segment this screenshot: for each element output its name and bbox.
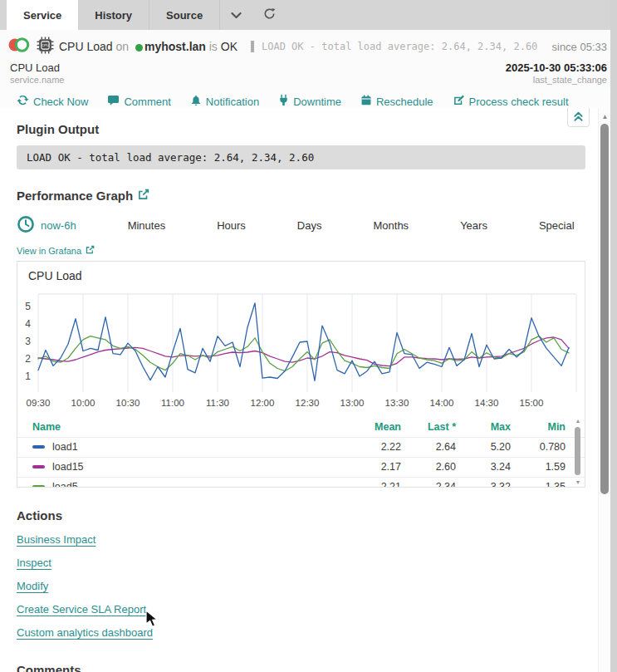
chevron-double-up-icon bbox=[572, 110, 585, 125]
action-custom-analytics-dashboard[interactable]: Custom analytics dashboard bbox=[17, 626, 153, 639]
svg-text:12:30: 12:30 bbox=[296, 398, 320, 408]
content-scrollbar[interactable]: ▲ bbox=[598, 108, 610, 672]
comments-heading: Comments bbox=[17, 663, 585, 672]
last-state-change-block: 2025-10-30 05:33:06 last_state_change bbox=[506, 61, 607, 85]
svg-text:11:00: 11:00 bbox=[161, 398, 184, 408]
svg-text:14:30: 14:30 bbox=[475, 398, 499, 408]
scroll-up-icon[interactable]: ▲ bbox=[599, 113, 611, 120]
svg-text:13:00: 13:00 bbox=[340, 398, 365, 408]
legend-row-load15[interactable]: load152.172.603.241.59 bbox=[17, 457, 585, 477]
refresh-button[interactable] bbox=[252, 0, 286, 30]
view-in-grafana-label: View in Grafana bbox=[17, 246, 81, 256]
service-name-value: CPU Load bbox=[10, 61, 64, 74]
legend-scroll-up-icon[interactable]: ▲ bbox=[574, 418, 582, 424]
legend-series-name[interactable]: load1 bbox=[32, 441, 346, 453]
legend-series-name[interactable]: load15 bbox=[32, 461, 346, 473]
svg-text:10:00: 10:00 bbox=[71, 398, 95, 408]
content-scrollbar-thumb[interactable] bbox=[600, 124, 609, 494]
svg-text:13:30: 13:30 bbox=[385, 398, 409, 408]
legend-col-mean[interactable]: Mean bbox=[346, 421, 401, 433]
legend-header-row: Name Mean Last * Max Min bbox=[17, 417, 585, 437]
timerange-tabs: now-6h Minutes Hours Days Months Years S… bbox=[17, 215, 585, 236]
series-color-dash-icon bbox=[32, 445, 45, 449]
cpu-load-graph-panel: CPU Load 1234509:3010:0010:3011:0011:301… bbox=[17, 261, 585, 488]
reschedule-button[interactable]: Reschedule bbox=[360, 94, 433, 109]
chart-title: CPU Load bbox=[17, 262, 585, 282]
last-state-change-value: 2025-10-30 05:33:06 bbox=[506, 61, 607, 74]
svg-text:10:30: 10:30 bbox=[116, 398, 140, 408]
cpu-chip-icon: CPU bbox=[37, 37, 54, 57]
legend-row-load5[interactable]: load52.212.343.321.35 bbox=[17, 477, 585, 487]
svg-text:5: 5 bbox=[25, 301, 31, 312]
chart-legend-table: Name Mean Last * Max Min load12.222.645.… bbox=[17, 417, 585, 487]
tab-dropdown-button[interactable] bbox=[220, 0, 252, 30]
action-modify[interactable]: Modify bbox=[17, 580, 48, 592]
actions-heading: Actions bbox=[17, 508, 585, 522]
tab-history[interactable]: History bbox=[78, 0, 149, 30]
legend-scrollbar-thumb[interactable] bbox=[575, 427, 580, 475]
collapse-section-button[interactable] bbox=[567, 108, 590, 127]
svg-text:CPU: CPU bbox=[42, 43, 49, 47]
sync-icon bbox=[17, 94, 29, 109]
comment-icon bbox=[107, 94, 120, 109]
external-link-icon[interactable] bbox=[138, 189, 149, 203]
view-in-grafana-link[interactable]: View in Grafana bbox=[17, 245, 95, 256]
timerange-current-label: now-6h bbox=[41, 219, 76, 232]
timerange-days[interactable]: Days bbox=[297, 219, 322, 232]
timerange-special[interactable]: Special bbox=[539, 219, 575, 232]
is-word: is bbox=[209, 40, 218, 53]
service-name[interactable]: CPU Load bbox=[59, 40, 113, 53]
service-status-line: CPU Load on myhost.lan is OK bbox=[59, 40, 237, 53]
legend-row-load1[interactable]: load12.222.645.200.780 bbox=[17, 437, 585, 457]
detail-pane: Plugin Output LOAD OK - total load avera… bbox=[0, 108, 598, 672]
legend-scrollbar[interactable]: ▲ ▼ bbox=[574, 418, 582, 486]
action-inspect[interactable]: Inspect bbox=[17, 557, 51, 569]
timerange-years[interactable]: Years bbox=[460, 219, 487, 232]
check-now-button[interactable]: Check Now bbox=[17, 94, 88, 109]
notification-button[interactable]: Notification bbox=[190, 94, 259, 109]
timerange-minutes[interactable]: Minutes bbox=[128, 219, 166, 232]
legend-col-max[interactable]: Max bbox=[456, 421, 511, 433]
comment-label: Comment bbox=[124, 96, 170, 108]
legend-col-min[interactable]: Min bbox=[511, 421, 566, 433]
tab-source[interactable]: Source bbox=[149, 0, 220, 30]
legend-col-last[interactable]: Last * bbox=[401, 421, 456, 433]
cpu-load-chart[interactable]: 1234509:3010:0010:3011:0011:3012:0012:30… bbox=[17, 282, 585, 412]
notification-label: Notification bbox=[206, 96, 259, 108]
legend-series-name[interactable]: load5 bbox=[32, 481, 346, 487]
svg-text:09:30: 09:30 bbox=[27, 398, 51, 408]
action-create-service-sla-report[interactable]: Create Service SLA Report bbox=[17, 603, 146, 616]
timerange-current[interactable]: now-6h bbox=[17, 215, 76, 236]
plugin-output-text: LOAD OK - total load average: 2.64, 2.34… bbox=[17, 145, 585, 169]
timerange-hours[interactable]: Hours bbox=[217, 219, 246, 232]
series-color-dash-icon bbox=[32, 465, 45, 468]
downtime-label: Downtime bbox=[293, 96, 341, 108]
legend-col-name[interactable]: Name bbox=[32, 421, 346, 433]
last-state-change-key: last_state_change bbox=[506, 75, 607, 85]
timerange-months[interactable]: Months bbox=[373, 219, 409, 232]
host-state-dot-icon bbox=[135, 44, 143, 52]
process-check-result-button[interactable]: Process check result bbox=[453, 94, 569, 109]
refresh-icon bbox=[263, 7, 276, 23]
plugin-output-heading: Plugin Output bbox=[17, 122, 585, 136]
comment-button[interactable]: Comment bbox=[107, 94, 170, 109]
output-preview: LOAD OK - total load average: 2.64, 2.34… bbox=[251, 41, 539, 52]
downtime-button[interactable]: Downtime bbox=[278, 94, 341, 109]
svg-text:14:00: 14:00 bbox=[430, 398, 454, 408]
host-name[interactable]: myhost.lan bbox=[144, 40, 206, 53]
external-link-icon bbox=[86, 245, 95, 256]
service-header: CPU CPU Load on myhost.lan is OK LOAD OK… bbox=[0, 30, 617, 88]
check-now-label: Check Now bbox=[33, 96, 88, 108]
tab-service[interactable]: Service bbox=[7, 0, 78, 30]
svg-text:15:00: 15:00 bbox=[520, 398, 544, 408]
state-label: OK bbox=[221, 40, 237, 53]
chevron-down-icon bbox=[231, 7, 242, 22]
clock-icon bbox=[17, 215, 35, 236]
performance-graph-title: Performance Graph bbox=[17, 189, 133, 203]
svg-text:3: 3 bbox=[25, 336, 31, 347]
action-business-impact[interactable]: Business Impact bbox=[17, 533, 95, 546]
svg-text:1: 1 bbox=[25, 370, 31, 382]
legend-scroll-down-icon[interactable]: ▼ bbox=[574, 479, 582, 486]
performance-graph-heading: Performance Graph bbox=[17, 189, 585, 203]
svg-text:12:00: 12:00 bbox=[251, 398, 275, 408]
